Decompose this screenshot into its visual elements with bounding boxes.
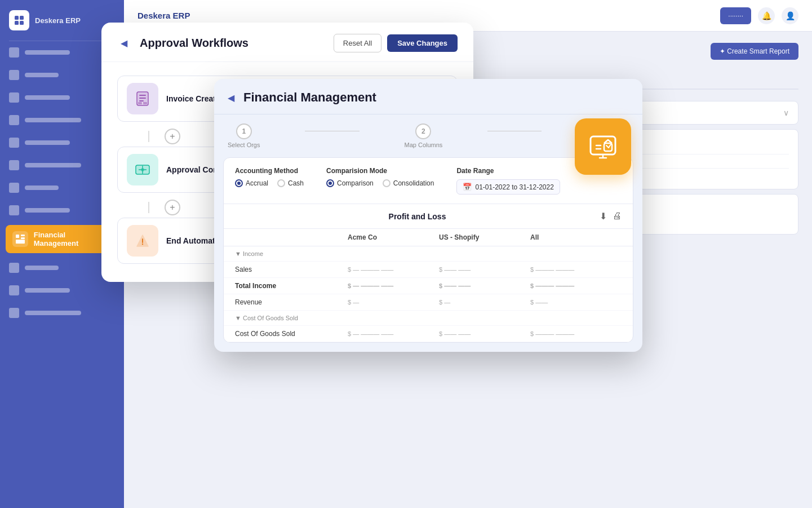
svg-rect-4 bbox=[16, 235, 19, 238]
sales-label: Sales bbox=[235, 266, 348, 273]
svg-rect-10 bbox=[139, 95, 146, 96]
date-range-title: Date Range bbox=[456, 167, 560, 175]
date-range-group: Date Range 📅 01-01-2022 to 31-12-2022 bbox=[456, 167, 560, 195]
svg-text:$: $ bbox=[142, 101, 144, 105]
date-range-value: 01-01-2022 to 31-12-2022 bbox=[475, 183, 553, 191]
sidebar-label-3 bbox=[25, 95, 70, 100]
cash-radio[interactable] bbox=[277, 179, 285, 187]
approval-title: Approval Workflows bbox=[140, 37, 249, 50]
revenue-val-2: $ —— bbox=[530, 299, 622, 306]
comparison-mode-title: Comparision Mode bbox=[326, 167, 434, 175]
app-title: Deskera ERP bbox=[35, 16, 81, 25]
financial-back-btn[interactable]: ◀ bbox=[228, 92, 234, 103]
consolidation-radio[interactable] bbox=[383, 179, 391, 187]
total-income-row: Total Income $ — ——— —— $ —— —— $ ——— ——… bbox=[224, 278, 633, 294]
notification-btn[interactable]: 🔔 bbox=[758, 7, 775, 24]
add-step-btn-2[interactable]: + bbox=[165, 200, 180, 215]
sidebar-icon-1 bbox=[9, 47, 19, 58]
sidebar-icon-7 bbox=[9, 183, 19, 193]
stepper-line-2 bbox=[487, 131, 542, 131]
sidebar-label-5 bbox=[25, 140, 70, 145]
approval-actions: Reset All Save Changes bbox=[334, 34, 458, 52]
col-header-3: All bbox=[530, 233, 622, 241]
financial-title: Financial Management bbox=[243, 90, 376, 105]
accrual-radio[interactable] bbox=[235, 179, 243, 187]
financial-float-icon bbox=[575, 118, 631, 175]
sidebar-financial-label: Financial Management bbox=[34, 231, 112, 248]
table-header: Profit and Loss ⬇ 🖨 bbox=[224, 204, 633, 229]
revenue-val-1: $ — bbox=[439, 299, 530, 306]
col-header-1: Acme Co bbox=[348, 233, 439, 241]
logo-icon bbox=[9, 10, 29, 30]
sidebar-label-6 bbox=[25, 163, 81, 167]
sidebar-item-11[interactable] bbox=[0, 302, 124, 324]
financial-content-box: Accounting Method Accrual Cash bbox=[223, 157, 633, 343]
sales-val-1: $ —— —— bbox=[439, 266, 530, 273]
download-icon[interactable]: ⬇ bbox=[600, 211, 607, 222]
create-smart-button[interactable]: ✦ Create Smart Report bbox=[711, 43, 798, 60]
accrual-option[interactable]: Accrual bbox=[235, 179, 268, 187]
step-circle-1: 1 bbox=[236, 123, 252, 139]
sales-row: Sales $ — ——— —— $ —— —— $ ——— ——— bbox=[224, 262, 633, 278]
notification-icon: 🔔 bbox=[762, 11, 771, 20]
sidebar-label-8 bbox=[25, 208, 70, 213]
step-circle-2: 2 bbox=[415, 123, 431, 139]
cogs-val-1b: $ —— —— bbox=[439, 330, 530, 337]
sidebar-icon-8 bbox=[9, 205, 19, 215]
svg-rect-0 bbox=[15, 16, 19, 20]
comparison-option[interactable]: Comparison bbox=[326, 179, 374, 187]
cogs-label: Cost Of Goods Sold bbox=[235, 330, 348, 338]
sales-val-0: $ — ——— —— bbox=[348, 266, 439, 273]
print-icon[interactable]: 🖨 bbox=[613, 211, 622, 222]
stepper-line-1 bbox=[305, 131, 359, 131]
svg-rect-6 bbox=[21, 237, 25, 239]
approval-title-row: ◀ Approval Workflows bbox=[117, 37, 249, 50]
total-income-val-2: $ ——— ——— bbox=[530, 282, 622, 289]
svg-rect-7 bbox=[16, 240, 25, 244]
sidebar-label-9 bbox=[25, 266, 59, 270]
invoice-icon: $ bbox=[127, 83, 158, 114]
svg-rect-11 bbox=[139, 98, 146, 99]
svg-rect-1 bbox=[20, 16, 24, 20]
sidebar-icon-3 bbox=[9, 92, 19, 103]
accounting-method-title: Accounting Method bbox=[235, 167, 304, 175]
comparison-radio-group: Comparison Consolidation bbox=[326, 179, 434, 187]
sidebar-icon-9 bbox=[9, 263, 19, 273]
financial-modal-header: ◀ Financial Management bbox=[214, 79, 642, 114]
accrual-label: Accrual bbox=[246, 179, 268, 187]
comparison-radio[interactable] bbox=[326, 179, 334, 187]
cogs-val-0b: $ — ——— —— bbox=[348, 330, 439, 337]
step-label-1: Select Orgs bbox=[228, 142, 260, 148]
save-changes-button[interactable]: Save Changes bbox=[387, 34, 458, 52]
cogs-val-2b: $ ——— ——— bbox=[530, 330, 622, 337]
col-header-2: US - Shopify bbox=[439, 233, 530, 241]
approval-back-btn[interactable]: ◀ bbox=[117, 37, 131, 50]
approval-icon bbox=[127, 154, 158, 185]
add-step-btn-1[interactable]: + bbox=[165, 129, 180, 144]
svg-rect-5 bbox=[21, 235, 25, 236]
consolidation-option[interactable]: Consolidation bbox=[383, 179, 434, 187]
step-1: 1 Select Orgs bbox=[228, 123, 260, 148]
topbar-action-btn[interactable]: ········ bbox=[720, 7, 751, 24]
sidebar-item-10[interactable] bbox=[0, 279, 124, 302]
cash-option[interactable]: Cash bbox=[277, 179, 304, 187]
comparison-label: Comparison bbox=[337, 179, 374, 187]
avatar-btn[interactable]: 👤 bbox=[782, 7, 798, 24]
sidebar-icon-6 bbox=[9, 160, 19, 170]
comparison-mode-group: Comparision Mode Comparison Consolidatio… bbox=[326, 167, 434, 187]
end-icon bbox=[127, 225, 158, 257]
date-range-display[interactable]: 📅 01-01-2022 to 31-12-2022 bbox=[456, 179, 560, 195]
sidebar-icon-5 bbox=[9, 138, 19, 148]
accounting-radio-group: Accrual Cash bbox=[235, 179, 304, 187]
sidebar-icon-4 bbox=[9, 115, 19, 125]
profit-loss-table: Profit and Loss ⬇ 🖨 Acme Co US - Shopify… bbox=[224, 204, 633, 342]
revenue-row: Revenue $ — $ — $ —— bbox=[224, 294, 633, 311]
table-action-icons: ⬇ 🖨 bbox=[600, 211, 622, 222]
sidebar-label-7 bbox=[25, 185, 59, 190]
reset-all-button[interactable]: Reset All bbox=[334, 34, 381, 52]
calendar-icon: 📅 bbox=[463, 183, 472, 191]
sidebar-icon-11 bbox=[9, 308, 19, 318]
income-section-row: ▼ Income bbox=[224, 246, 633, 262]
cash-label: Cash bbox=[288, 179, 304, 187]
sidebar-label-11 bbox=[25, 311, 81, 315]
